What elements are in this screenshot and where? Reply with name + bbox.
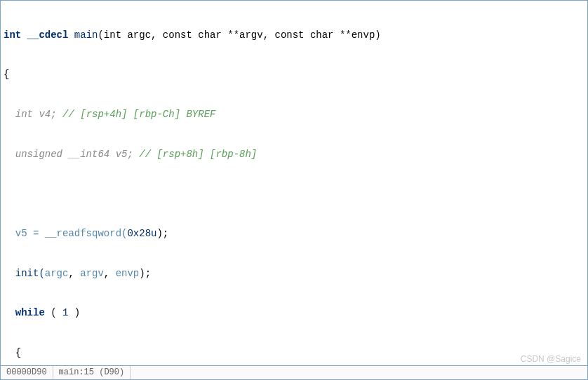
tok: { <box>4 347 21 358</box>
tok: 0x28u <box>127 228 156 239</box>
tok-comment: // [rsp+8h] [rbp-8h] <box>139 149 257 160</box>
code-line <box>4 187 584 201</box>
code-line: { <box>4 346 584 360</box>
tok: , <box>104 268 116 279</box>
tok-decl: v4; <box>33 109 62 120</box>
code-line: init(argc, argv, envp); <box>4 267 584 280</box>
tok-comment: // [rsp+4h] [rbp-Ch] BYREF <box>62 109 215 120</box>
tok: argv <box>80 268 104 279</box>
tok: ); <box>139 268 151 279</box>
tok-args: (int argc, const char **argv, const char… <box>98 29 380 41</box>
tok: ( <box>45 307 62 318</box>
tok: init( <box>4 268 45 279</box>
status-location[interactable]: main:15 (D90) <box>53 366 131 379</box>
tok-cc: __cdecl <box>27 29 74 41</box>
tok: ); <box>156 228 168 239</box>
tok-decl: unsigned <box>4 149 62 160</box>
tok-decl: int <box>4 109 33 120</box>
decompiler-view: int __cdecl main(int argc, const char **… <box>0 0 588 380</box>
tok-type: int <box>4 29 27 41</box>
code-line: int __cdecl main(int argc, const char **… <box>4 29 584 42</box>
tok-kw: while <box>4 307 45 318</box>
tok-funcname: main <box>74 29 98 41</box>
status-bar: 00000D90 main:15 (D90) <box>1 365 587 379</box>
code-listing[interactable]: int __cdecl main(int argc, const char **… <box>1 1 587 365</box>
tok: ) <box>68 307 80 318</box>
code-line: { <box>4 68 584 81</box>
status-address[interactable]: 00000D90 <box>1 366 53 379</box>
code-line: v5 = __readfsqword(0x28u); <box>4 227 584 240</box>
tok: envp <box>116 268 140 279</box>
tok-decl: __int64 v5; <box>62 149 139 160</box>
tok: v5 = __readfsqword( <box>4 228 127 239</box>
tok: argc <box>45 268 69 279</box>
code-line: int v4; // [rsp+4h] [rbp-Ch] BYREF <box>4 108 584 121</box>
code-line: unsigned __int64 v5; // [rsp+8h] [rbp-8h… <box>4 148 584 161</box>
tok: , <box>68 268 80 279</box>
code-line: while ( 1 ) <box>4 306 584 320</box>
